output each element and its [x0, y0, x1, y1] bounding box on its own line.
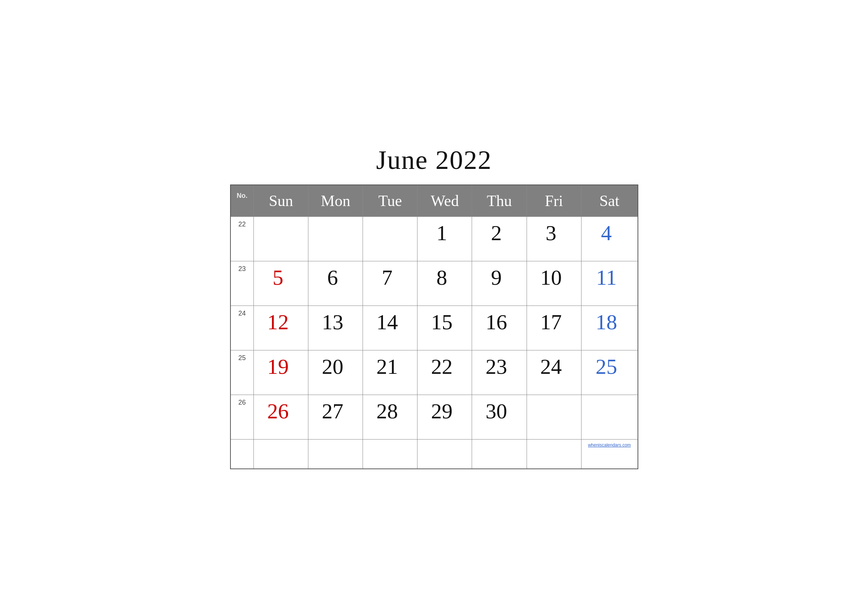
week-number [231, 439, 254, 469]
day-cell: 26 [254, 395, 308, 439]
day-cell: 22 [417, 350, 472, 395]
day-cell: 28 [363, 395, 417, 439]
watermark-link[interactable]: wheniscalendars.com [585, 441, 634, 449]
day-cell: 8 [417, 261, 472, 305]
day-cell [472, 439, 527, 469]
day-cell: 18 [581, 305, 637, 350]
day-cell: 11 [581, 261, 637, 305]
day-cell [527, 395, 581, 439]
day-cell: 6 [308, 261, 363, 305]
week-number: 23 [231, 261, 254, 305]
day-cell: 25 [581, 350, 637, 395]
day-cell: 30 [472, 395, 527, 439]
mon-header: Mon [308, 185, 363, 217]
day-cell: 3 [527, 216, 581, 261]
day-cell: 1 [417, 216, 472, 261]
day-cell: 29 [417, 395, 472, 439]
tue-header: Tue [363, 185, 417, 217]
day-cell: 2 [472, 216, 527, 261]
day-cell [254, 216, 308, 261]
day-cell: 10 [527, 261, 581, 305]
day-cell [363, 216, 417, 261]
day-cell: 20 [308, 350, 363, 395]
week-number: 24 [231, 305, 254, 350]
day-cell: 13 [308, 305, 363, 350]
day-cell: 24 [527, 350, 581, 395]
week-number: 25 [231, 350, 254, 395]
day-cell [527, 439, 581, 469]
day-cell: 27 [308, 395, 363, 439]
calendar-week-row: 2519202122232425 [231, 350, 638, 395]
calendar-week-row: 221234 [231, 216, 638, 261]
day-cell: 14 [363, 305, 417, 350]
day-cell: 17 [527, 305, 581, 350]
calendar-week-row: 262627282930 [231, 395, 638, 439]
day-cell: 23 [472, 350, 527, 395]
day-cell: 16 [472, 305, 527, 350]
calendar-week-row: 23567891011 [231, 261, 638, 305]
sat-header: Sat [581, 185, 637, 217]
day-cell [581, 395, 637, 439]
day-cell: 5 [254, 261, 308, 305]
day-cell: 9 [472, 261, 527, 305]
day-cell [417, 439, 472, 469]
day-cell: 7 [363, 261, 417, 305]
fri-header: Fri [527, 185, 581, 217]
day-cell: 19 [254, 350, 308, 395]
sun-header: Sun [254, 185, 308, 217]
calendar-table: No. Sun Mon Tue Wed Thu Fri Sat 22123423… [230, 185, 638, 470]
calendar-week-row: wheniscalendars.com [231, 439, 638, 469]
day-cell: 21 [363, 350, 417, 395]
day-cell [308, 216, 363, 261]
week-number: 26 [231, 395, 254, 439]
no-header: No. [231, 185, 254, 217]
day-cell: 15 [417, 305, 472, 350]
day-cell: 4 [581, 216, 637, 261]
calendar-container: June 2022 No. Sun Mon Tue Wed Thu Fri Sa… [230, 145, 638, 470]
day-cell: wheniscalendars.com [581, 439, 637, 469]
week-number: 22 [231, 216, 254, 261]
day-cell [308, 439, 363, 469]
day-cell [363, 439, 417, 469]
calendar-week-row: 2412131415161718 [231, 305, 638, 350]
day-cell [254, 439, 308, 469]
calendar-title: June 2022 [230, 145, 638, 175]
thu-header: Thu [472, 185, 527, 217]
header-row: No. Sun Mon Tue Wed Thu Fri Sat [231, 185, 638, 217]
day-cell: 12 [254, 305, 308, 350]
wed-header: Wed [417, 185, 472, 217]
